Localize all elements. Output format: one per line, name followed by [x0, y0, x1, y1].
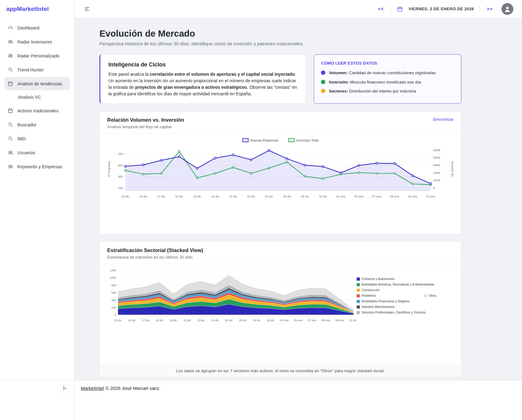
- chart-legend-item[interactable]: Comercio y Automoción: [357, 277, 456, 281]
- sidebar-item-buscador[interactable]: Buscador: [4, 118, 70, 131]
- svg-text:02 ene: 02 ene: [336, 195, 346, 198]
- menu-toggle-button[interactable]: [83, 6, 91, 12]
- volumen-dot-icon: [321, 70, 325, 75]
- inversion-dot-icon: [321, 80, 325, 84]
- users-icon: [7, 53, 13, 59]
- how-to-read-title: CÓMO LEER ESTOS DATOS: [321, 61, 454, 65]
- svg-text:10M€: 10M€: [433, 179, 441, 182]
- sidebar-item-label: Usuarios: [17, 150, 35, 155]
- page-title: Evolución de Mercado: [99, 29, 461, 39]
- legend-swatch-icon: [357, 289, 360, 292]
- sidebar-item-analisis-de-tendencias[interactable]: Analisis de tendencias: [4, 77, 70, 90]
- chart-legend-item[interactable]: Inversión Total: [288, 138, 318, 142]
- calendar-icon: [7, 81, 13, 87]
- svg-text:16 dic: 16 dic: [128, 319, 136, 322]
- legend-swatch-icon: [242, 138, 249, 142]
- sidebar-item-dashboard[interactable]: Dashboard: [4, 21, 70, 34]
- prev-date-button[interactable]: <<: [377, 6, 385, 12]
- search-icon: [7, 122, 13, 128]
- legend-label: Construcción: [362, 288, 380, 292]
- svg-text:26 dic: 26 dic: [265, 195, 273, 198]
- card-header: Relación Volumen vs. Inversión Análisis …: [100, 111, 461, 134]
- svg-text:29 dic: 29 dic: [283, 195, 291, 198]
- sidebar-item-label: Analisis de tendencias: [17, 81, 62, 86]
- user-avatar[interactable]: [501, 3, 513, 15]
- svg-text:40M€: 40M€: [433, 156, 441, 159]
- svg-text:31 dic: 31 dic: [319, 195, 327, 198]
- svg-text:05 ene: 05 ene: [354, 195, 364, 198]
- legend-swatch-icon: [288, 138, 295, 142]
- svg-text:18 dic: 18 dic: [156, 319, 163, 322]
- svg-text:19 dic: 19 dic: [170, 319, 177, 322]
- svg-text:12 ene: 12 ene: [349, 319, 357, 322]
- chart-legend-item[interactable]: Construcción: [357, 288, 456, 292]
- svg-text:29 dic: 29 dic: [239, 319, 247, 322]
- page-content: Evolución de Mercado Perspectiva históri…: [75, 18, 522, 380]
- svg-text:100: 100: [118, 186, 123, 190]
- next-date-button[interactable]: >>: [485, 6, 494, 12]
- sidebar-item-activos-tradicionales[interactable]: Activos tradicionales: [4, 104, 70, 117]
- chart-legend-item[interactable]: Hostelería: [357, 294, 456, 297]
- legend-label: Comercio y Automoción: [362, 277, 395, 281]
- svg-text:17 dic: 17 dic: [157, 195, 165, 198]
- sidebar-item-label: IMD: [17, 136, 26, 141]
- footer-brand-link[interactable]: MarketIntel: [81, 386, 104, 391]
- legend-item-text: Inversión: Músculo financiero movilizado…: [329, 79, 422, 85]
- legend-swatch-icon: [357, 283, 360, 286]
- sidebar-item-keywords-y-empresas[interactable]: Keywords y Empresas: [4, 160, 70, 173]
- svg-text:12 ene: 12 ene: [426, 195, 435, 198]
- chart-legend-item[interactable]: Servicios Profesionales, Científicos y T…: [357, 311, 456, 314]
- sidebar-item-label: Trend Hunter: [17, 67, 44, 72]
- calendar-icon[interactable]: [397, 6, 403, 12]
- cycles-text-segment-bold: correlación entre el volumen de apertura…: [150, 72, 295, 77]
- svg-text:19 dic: 19 dic: [193, 195, 201, 198]
- topbar-controls: << VIERNES, 2 DE ENERO DE 2026 >>: [377, 3, 513, 15]
- cycles-card-title: Inteligencia de Ciclos: [108, 61, 297, 68]
- gauge-icon: [7, 25, 13, 31]
- legend-item-text: Volumen: Cantidad de nuevas constitucion…: [329, 70, 437, 76]
- sync-link[interactable]: Sincronizar: [433, 117, 454, 122]
- sidebar-item-label: Activos tradicionales: [17, 108, 58, 113]
- sidebar-item-usuarios[interactable]: Usuarios: [4, 146, 70, 159]
- chart2-note: Los datos se agrupan en los 7 sectores m…: [100, 364, 461, 377]
- sidebar-item-label: Radar Personalizado: [17, 53, 59, 58]
- chart-legend-item[interactable]: Actividades Financieras y Seguros: [357, 300, 456, 303]
- svg-text:30 dic: 30 dic: [253, 319, 261, 322]
- svg-text:24 dic: 24 dic: [247, 195, 255, 198]
- svg-text:30M€: 30M€: [433, 164, 441, 167]
- sector-stacked-card: Estratificación Sectorial (Stacked View)…: [99, 242, 461, 377]
- svg-text:07 ene: 07 ene: [308, 319, 316, 322]
- users-icon: [7, 39, 13, 45]
- card-header: Estratificación Sectorial (Stacked View)…: [100, 242, 461, 264]
- sidebar-collapse-button[interactable]: [60, 384, 69, 392]
- users-icon: [7, 164, 13, 169]
- sidebar-item-analisis-vc[interactable]: Analisis VC: [4, 91, 70, 103]
- svg-text:22 dic: 22 dic: [183, 319, 191, 322]
- footer-copyright: © 2026 José Manuel sanz.: [105, 386, 161, 391]
- card-header-titles: Estratificación Sectorial (Stacked View)…: [107, 247, 203, 260]
- hamburger-icon: [84, 6, 90, 12]
- chart-legend-item[interactable]: Nuevas Empresas: [242, 138, 278, 142]
- legend-label: Otros: [429, 294, 436, 297]
- collapse-left-icon: [62, 386, 67, 391]
- person-icon: [503, 5, 511, 13]
- search-icon: [7, 136, 13, 142]
- sidebar-item-trend-hunter[interactable]: Trend Hunter: [4, 63, 70, 76]
- svg-text:20M€: 20M€: [433, 171, 441, 174]
- svg-text:15 dic: 15 dic: [121, 195, 130, 198]
- sidebar-item-radar-inversores[interactable]: Radar Inversores: [4, 35, 70, 48]
- main-column: << VIERNES, 2 DE ENERO DE 2026 >>: [75, 0, 522, 420]
- chart-legend-item[interactable]: Actividades Artísticas, Recreativas y En…: [357, 283, 456, 286]
- sidebar-item-imd[interactable]: IMD: [4, 132, 70, 145]
- chart-legend-item[interactable]: Industria Manufacturera: [357, 305, 456, 309]
- chart-legend-item[interactable]: Otros: [424, 294, 436, 297]
- volume-investment-chart: 100300500700010M€20M€30M€40M€50M€15 dic1…: [106, 143, 455, 201]
- topbar: << VIERNES, 2 DE ENERO DE 2026 >>: [75, 0, 522, 18]
- sidebar: appMarketIntel DashboardRadar Inversores…: [0, 0, 75, 420]
- svg-text:1000: 1000: [110, 276, 116, 279]
- svg-text:09 ene: 09 ene: [336, 319, 344, 322]
- sidebar-item-label: Dashboard: [17, 25, 39, 30]
- svg-text:50M€: 50M€: [433, 149, 441, 152]
- cycles-text-segment: Este panel analiza la: [108, 72, 150, 77]
- sidebar-item-radar-personalizado[interactable]: Radar Personalizado: [4, 49, 70, 62]
